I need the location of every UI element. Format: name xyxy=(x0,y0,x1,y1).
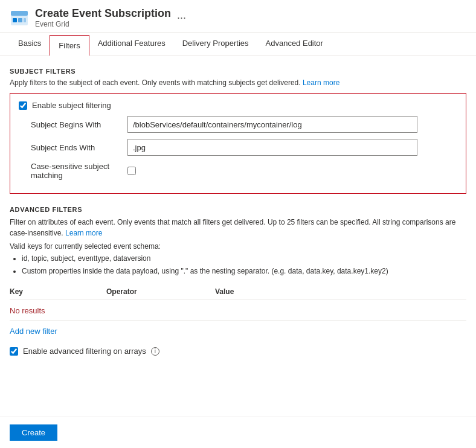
subject-filters-learn-more[interactable]: Learn more xyxy=(303,78,339,87)
subject-ends-with-label: Subject Ends With xyxy=(31,143,127,152)
subject-filter-box: Enable subject filtering Subject Begins … xyxy=(10,93,466,194)
valid-keys-block: Valid keys for currently selected event … xyxy=(10,242,466,277)
create-button[interactable]: Create xyxy=(10,424,57,441)
valid-keys-list: id, topic, subject, eventtype, dataversi… xyxy=(10,253,466,277)
subject-filters-section-title: SUBJECT FILTERS xyxy=(10,68,466,75)
subject-begins-with-input[interactable] xyxy=(127,116,417,133)
tab-filters[interactable]: Filters xyxy=(50,35,89,56)
page-title: Create Event Subscription xyxy=(35,7,171,20)
no-results-row: No results xyxy=(10,301,466,321)
advanced-filters-learn-more[interactable]: Learn more xyxy=(65,229,102,237)
enable-subject-filtering-checkbox[interactable] xyxy=(19,101,27,110)
case-sensitive-checkbox[interactable] xyxy=(127,167,136,175)
col-operator-header: Operator xyxy=(106,287,215,296)
filters-table-header: Key Operator Value xyxy=(10,284,466,300)
enable-advanced-filtering-checkbox[interactable] xyxy=(10,347,18,356)
enable-advanced-filtering-row: Enable advanced filtering on arrays i xyxy=(10,347,466,356)
enable-advanced-filtering-label[interactable]: Enable advanced filtering on arrays xyxy=(23,347,146,356)
info-icon[interactable]: i xyxy=(151,347,159,356)
svg-rect-4 xyxy=(24,18,26,22)
page-header: Create Event Subscription Event Grid ··· xyxy=(0,0,476,33)
case-sensitive-row: Case-sensitive subject matching xyxy=(19,162,457,180)
tab-additional-features[interactable]: Additional Features xyxy=(89,33,174,55)
footer: Create xyxy=(0,417,476,448)
subject-begins-with-row: Subject Begins With xyxy=(19,116,457,133)
advanced-filters-section-title: ADVANCED FILTERS xyxy=(10,206,466,213)
svg-rect-1 xyxy=(11,11,28,16)
subject-ends-with-row: Subject Ends With xyxy=(19,139,457,156)
enable-subject-filtering-row: Enable subject filtering xyxy=(19,101,457,110)
subject-filters-description: Apply filters to the subject of each eve… xyxy=(10,78,466,87)
tab-delivery-properties[interactable]: Delivery Properties xyxy=(174,33,257,55)
subject-begins-with-label: Subject Begins With xyxy=(31,120,127,129)
col-value-header: Value xyxy=(215,287,466,296)
advanced-filters-section: ADVANCED FILTERS Filter on attributes of… xyxy=(10,206,466,356)
tab-bar: Basics Filters Additional Features Deliv… xyxy=(0,33,476,56)
subject-ends-with-input[interactable] xyxy=(127,139,417,156)
advanced-filters-description: Filter on attributes of each event. Only… xyxy=(10,217,466,238)
valid-keys-item-2: Custom properties inside the data payloa… xyxy=(22,266,466,277)
main-content: SUBJECT FILTERS Apply filters to the sub… xyxy=(0,56,476,368)
valid-keys-item-1: id, topic, subject, eventtype, dataversi… xyxy=(22,253,466,264)
svg-rect-2 xyxy=(13,18,17,22)
svg-rect-3 xyxy=(18,18,22,22)
event-grid-icon xyxy=(10,8,29,28)
enable-subject-filtering-label[interactable]: Enable subject filtering xyxy=(32,101,111,110)
header-text-block: Create Event Subscription Event Grid xyxy=(35,7,171,28)
more-options-button[interactable]: ··· xyxy=(177,11,186,24)
case-sensitive-label: Case-sensitive subject matching xyxy=(31,162,127,180)
page-subtitle: Event Grid xyxy=(35,20,171,28)
tab-advanced-editor[interactable]: Advanced Editor xyxy=(257,33,332,55)
col-key-header: Key xyxy=(10,287,106,296)
add-new-filter-button[interactable]: Add new filter xyxy=(10,327,57,336)
tab-basics[interactable]: Basics xyxy=(10,33,50,55)
